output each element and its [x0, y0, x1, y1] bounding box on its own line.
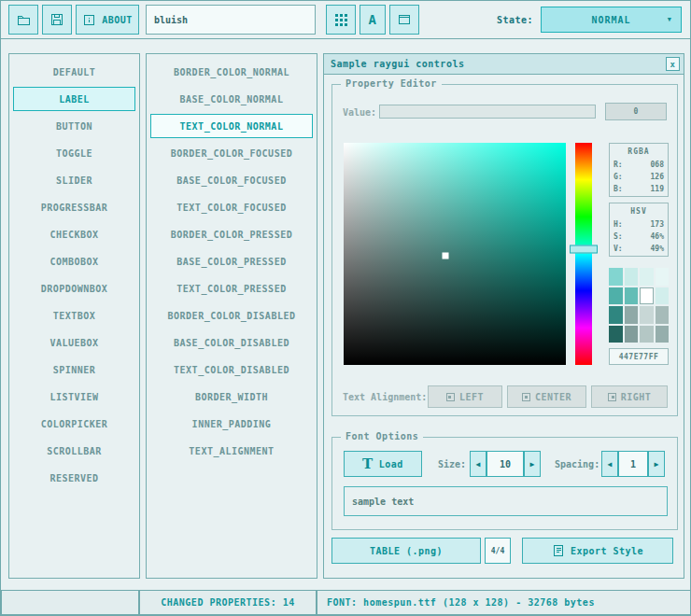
- load-style-button[interactable]: [8, 5, 38, 35]
- list-item[interactable]: BORDER_COLOR_FOCUSED: [150, 141, 313, 165]
- sample-text-input[interactable]: sample text: [344, 486, 668, 516]
- state-dropdown-value: NORMAL: [591, 15, 630, 25]
- align-right-icon: [608, 393, 616, 401]
- list-item[interactable]: BUTTON: [13, 114, 135, 138]
- property-editor-group: Property Editor Value: 0 RGBA R: 068 G: …: [331, 84, 678, 416]
- list-item[interactable]: COLORPICKER: [13, 412, 135, 436]
- export-style-button[interactable]: Export Style: [522, 538, 673, 564]
- value-label: Value:: [343, 104, 376, 120]
- list-item[interactable]: TEXT_COLOR_NORMAL: [150, 114, 313, 138]
- color-swatch[interactable]: [656, 268, 670, 286]
- color-swatch[interactable]: [640, 268, 654, 286]
- properties-list: BORDER_COLOR_NORMALBASE_COLOR_NORMALTEXT…: [146, 53, 317, 579]
- text-alignment-label: Text Alignment:: [343, 385, 427, 408]
- list-item[interactable]: LISTVIEW: [13, 385, 135, 409]
- statusbar: CHANGED PROPERTIES: 14 FONT: homespun.tt…: [1, 590, 690, 615]
- color-swatch[interactable]: [625, 306, 639, 324]
- list-item[interactable]: COMBOBOX: [13, 249, 135, 273]
- color-swatch[interactable]: [656, 326, 670, 343]
- list-item[interactable]: BASE_COLOR_FOCUSED: [150, 168, 313, 192]
- align-center-label: CENTER: [535, 392, 571, 402]
- folder-open-icon: [16, 12, 31, 27]
- list-item[interactable]: VALUEBOX: [13, 330, 135, 355]
- color-swatch[interactable]: [609, 287, 623, 305]
- list-item[interactable]: PROGRESSBAR: [13, 195, 135, 219]
- toolbar: ABOUT A State: NORMAL ▼: [1, 1, 690, 39]
- font-options-group: Font Options T Load Size: ◀ 10 ▶ Spacing…: [331, 437, 678, 530]
- export-table-button[interactable]: TABLE (.png): [331, 538, 481, 564]
- load-font-label: Load: [379, 459, 403, 469]
- export-style-label: Export Style: [571, 546, 643, 556]
- style-table-button[interactable]: [326, 5, 356, 35]
- list-item[interactable]: TEXT_COLOR_PRESSED: [150, 276, 313, 301]
- color-swatch[interactable]: [609, 326, 623, 343]
- size-value-box[interactable]: 10: [487, 451, 524, 477]
- window-mode-button[interactable]: [389, 5, 419, 35]
- color-swatch[interactable]: [656, 306, 670, 324]
- list-item[interactable]: RESERVED: [13, 466, 135, 490]
- list-item[interactable]: BORDER_COLOR_NORMAL: [150, 60, 313, 84]
- list-item[interactable]: LABEL: [13, 87, 135, 111]
- style-name-input[interactable]: [146, 5, 316, 35]
- list-item[interactable]: BORDER_COLOR_PRESSED: [150, 222, 313, 246]
- list-item[interactable]: BORDER_COLOR_DISABLED: [150, 303, 313, 328]
- list-item[interactable]: TEXT_ALIGNMENT: [150, 439, 313, 463]
- about-button[interactable]: ABOUT: [76, 5, 139, 35]
- spacing-increase-button[interactable]: ▶: [648, 451, 665, 477]
- spacing-value-box[interactable]: 1: [618, 451, 648, 477]
- list-item[interactable]: BORDER_WIDTH: [150, 385, 313, 409]
- rgba-g-value: 126: [651, 173, 664, 181]
- list-item[interactable]: TEXT_COLOR_FOCUSED: [150, 195, 313, 219]
- hue-bar[interactable]: [575, 143, 592, 365]
- color-swatch[interactable]: [640, 306, 654, 324]
- list-item[interactable]: SPINNER: [13, 357, 135, 382]
- font-t-icon: T: [362, 457, 374, 471]
- hsv-v-label: V:: [613, 245, 623, 253]
- spacing-decrease-button[interactable]: ◀: [601, 451, 618, 477]
- state-dropdown[interactable]: NORMAL ▼: [541, 7, 682, 33]
- load-font-button[interactable]: T Load: [344, 451, 422, 477]
- size-increase-button[interactable]: ▶: [524, 451, 541, 477]
- list-item[interactable]: SCROLLBAR: [13, 439, 135, 463]
- size-decrease-button[interactable]: ◀: [470, 451, 487, 477]
- color-swatch[interactable]: [625, 326, 639, 343]
- controls-list: DEFAULTLABELBUTTONTOGGLESLIDERPROGRESSBA…: [8, 53, 140, 579]
- value-slider[interactable]: [379, 105, 596, 119]
- sv-cursor[interactable]: [443, 253, 449, 259]
- hex-value-box[interactable]: 447E77FF: [609, 348, 669, 365]
- hsv-panel: HSV H: 173 S: 46% V: 49%: [609, 203, 669, 257]
- color-swatch[interactable]: [625, 268, 639, 286]
- hsv-h-value: 173: [651, 220, 664, 229]
- list-item[interactable]: BASE_COLOR_PRESSED: [150, 249, 313, 273]
- align-right-button[interactable]: RIGHT: [591, 385, 668, 408]
- list-item[interactable]: DEFAULT: [13, 60, 135, 84]
- align-left-label: LEFT: [459, 392, 484, 402]
- color-swatch[interactable]: [656, 287, 670, 305]
- color-swatch[interactable]: [609, 306, 623, 324]
- window-titlebar[interactable]: Sample raygui controls x: [324, 54, 684, 75]
- list-item[interactable]: BASE_COLOR_NORMAL: [150, 87, 313, 111]
- list-item[interactable]: CHECKBOX: [13, 222, 135, 246]
- list-item[interactable]: BASE_COLOR_DISABLED: [150, 330, 313, 355]
- save-style-button[interactable]: [42, 5, 72, 35]
- list-item[interactable]: TEXTBOX: [13, 303, 135, 328]
- list-item[interactable]: SLIDER: [13, 168, 135, 192]
- align-center-button[interactable]: CENTER: [507, 385, 586, 408]
- font-settings-button[interactable]: A: [360, 5, 386, 35]
- pages-value-box[interactable]: 4/4: [485, 538, 511, 564]
- color-swatch[interactable]: [625, 287, 639, 305]
- value-box[interactable]: 0: [605, 103, 667, 120]
- list-item[interactable]: INNER_PADDING: [150, 412, 313, 436]
- align-left-button[interactable]: LEFT: [428, 385, 502, 408]
- color-swatch[interactable]: [640, 326, 654, 343]
- list-item[interactable]: DROPDOWNBOX: [13, 276, 135, 301]
- sv-panel[interactable]: [344, 143, 566, 365]
- close-button[interactable]: x: [666, 57, 680, 71]
- list-item[interactable]: TOGGLE: [13, 141, 135, 165]
- list-item[interactable]: TEXT_COLOR_DISABLED: [150, 357, 313, 382]
- rgba-g-label: G:: [613, 173, 623, 181]
- hsv-s-label: S:: [613, 232, 623, 241]
- color-swatch[interactable]: [640, 287, 654, 305]
- color-swatch[interactable]: [609, 268, 623, 286]
- hue-handle[interactable]: [570, 245, 598, 254]
